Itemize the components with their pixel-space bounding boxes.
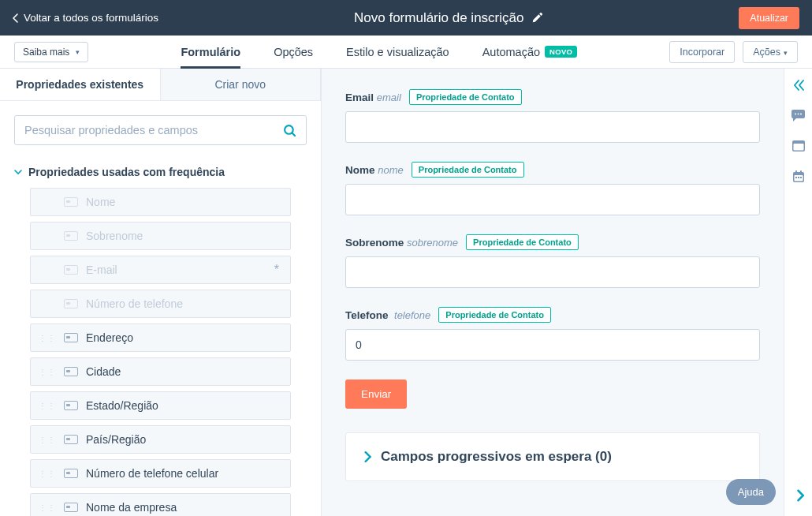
property-item[interactable]: ⋮⋮ Nome da empresa — [30, 493, 291, 516]
firstname-input[interactable] — [345, 184, 760, 215]
chevron-down-icon — [14, 168, 22, 176]
tab-form[interactable]: Formulário — [181, 36, 240, 69]
property-item: ⋮⋮ Sobrenome — [30, 222, 291, 250]
text-field-icon — [64, 401, 78, 410]
chat-icon[interactable] — [792, 110, 805, 122]
field-firstname: Nome nome Propriedade de Contato — [345, 162, 760, 215]
tab-options[interactable]: Opções — [274, 36, 313, 69]
actions-dropdown[interactable]: Ações▾ — [743, 41, 798, 63]
field-label: Telefone telefone — [345, 309, 430, 321]
property-label: Número de telefone — [86, 297, 183, 310]
right-rail — [784, 69, 812, 516]
contact-property-badge: Propriedade de Contato — [438, 307, 551, 323]
learn-more-dropdown[interactable]: Saiba mais ▾ — [14, 42, 88, 62]
chevron-right-icon — [363, 451, 371, 462]
property-label: Estado/Região — [86, 399, 158, 412]
caret-down-icon: ▾ — [76, 48, 80, 56]
form-canvas: Email email Propriedade de Contato Nome … — [322, 69, 784, 516]
text-field-icon — [64, 197, 78, 207]
lastname-input[interactable] — [345, 256, 760, 288]
section-frequently-used[interactable]: Propriedades usadas com frequência — [0, 159, 321, 188]
svg-rect-11 — [798, 177, 799, 178]
text-field-icon — [64, 367, 78, 376]
sub-tabs: Propriedades existentes Criar novo — [0, 69, 321, 101]
search-wrap — [0, 101, 321, 159]
app-header: Voltar a todos os formulários Novo formu… — [0, 0, 812, 36]
chevron-right-icon[interactable] — [796, 489, 804, 502]
property-label: Número de telefone celular — [86, 467, 218, 480]
svg-rect-5 — [793, 144, 803, 151]
property-label: Sobrenome — [86, 230, 143, 242]
drag-handle-icon: ⋮⋮ — [39, 438, 56, 442]
search-input[interactable] — [24, 124, 283, 136]
tab-existing-properties[interactable]: Propriedades existentes — [0, 69, 160, 101]
svg-point-1 — [795, 114, 796, 115]
nav-right-actions: Incorporar Ações▾ — [669, 41, 798, 63]
field-email: Email email Propriedade de Contato — [345, 89, 760, 143]
submit-button[interactable]: Enviar — [345, 380, 407, 409]
property-label: E-mail — [86, 264, 117, 276]
tab-create-new[interactable]: Criar novo — [160, 69, 322, 101]
property-label: Cidade — [86, 365, 121, 378]
drag-handle-icon: ⋮⋮ — [39, 404, 56, 408]
property-item[interactable]: ⋮⋮ Endereço — [30, 323, 291, 352]
back-label: Voltar a todos os formulários — [24, 12, 158, 24]
main-tabs: Formulário Opções Estilo e visualização … — [88, 36, 669, 69]
text-field-icon — [64, 469, 78, 478]
back-link[interactable]: Voltar a todos os formulários — [13, 12, 158, 24]
chevron-left-icon — [13, 13, 19, 23]
property-label: País/Região — [86, 433, 146, 446]
tab-automation[interactable]: Automação NOVO — [482, 36, 578, 69]
property-item[interactable]: ⋮⋮ País/Região — [30, 425, 291, 454]
contact-property-badge: Propriedade de Contato — [466, 234, 579, 250]
svg-point-3 — [800, 114, 802, 115]
property-item[interactable]: ⋮⋮ Número de telefone celular — [30, 459, 291, 488]
field-label: Nome nome — [345, 164, 404, 176]
help-button[interactable]: Ajuda — [726, 479, 776, 505]
window-icon[interactable] — [792, 140, 805, 151]
text-field-icon — [64, 503, 78, 512]
property-item: ⋮⋮ E-mail — [30, 256, 291, 284]
left-panel: Propriedades existentes Criar novo Propr… — [0, 69, 322, 516]
update-button[interactable]: Atualizar — [739, 7, 799, 29]
tab-style[interactable]: Estilo e visualização — [346, 36, 449, 69]
field-label: Sobrenome sobrenome — [345, 237, 458, 249]
novo-badge: NOVO — [545, 46, 577, 58]
property-label: Nome da empresa — [86, 501, 177, 514]
caret-down-icon: ▾ — [784, 49, 788, 57]
property-item: ⋮⋮ Número de telefone — [30, 290, 291, 318]
property-item[interactable]: ⋮⋮ Estado/Região — [30, 391, 291, 420]
text-field-icon — [64, 333, 78, 342]
text-field-icon — [64, 299, 78, 308]
phone-input[interactable] — [345, 329, 760, 361]
drag-handle-icon: ⋮⋮ — [39, 336, 56, 340]
section-title: Propriedades usadas com frequência — [28, 166, 225, 178]
property-label: Endereço — [86, 331, 133, 344]
pencil-icon[interactable] — [531, 12, 543, 24]
progressive-title: Campos progressivos em espera (0) — [381, 449, 612, 465]
search-box — [14, 115, 307, 145]
property-item[interactable]: ⋮⋮ Cidade — [30, 357, 291, 386]
page-title: Novo formulário de inscrição — [354, 10, 523, 26]
embed-button[interactable]: Incorporar — [669, 41, 735, 63]
progressive-fields-panel[interactable]: Campos progressivos em espera (0) — [345, 432, 760, 481]
drag-handle-icon: ⋮⋮ — [39, 472, 56, 476]
learn-more-label: Saiba mais — [23, 47, 69, 58]
calendar-icon[interactable] — [792, 170, 805, 183]
drag-handle-icon: ⋮⋮ — [39, 370, 56, 374]
drag-handle-icon: ⋮⋮ — [39, 506, 56, 510]
field-phone: Telefone telefone Propriedade de Contato — [345, 307, 760, 361]
field-label: Email email — [345, 92, 401, 103]
email-input[interactable] — [345, 111, 760, 143]
main-nav: Saiba mais ▾ Formulário Opções Estilo e … — [0, 36, 812, 69]
property-item: ⋮⋮ Nome — [30, 188, 291, 216]
field-lastname: Sobrenome sobrenome Propriedade de Conta… — [345, 234, 760, 288]
search-icon[interactable] — [283, 124, 296, 137]
svg-rect-10 — [795, 177, 797, 178]
collapse-icon[interactable] — [792, 80, 805, 91]
title-wrap: Novo formulário de inscrição — [158, 10, 739, 26]
svg-rect-12 — [800, 177, 802, 178]
svg-rect-9 — [800, 170, 802, 174]
text-field-icon — [64, 435, 78, 444]
body-wrap: Propriedades existentes Criar novo Propr… — [0, 69, 812, 516]
